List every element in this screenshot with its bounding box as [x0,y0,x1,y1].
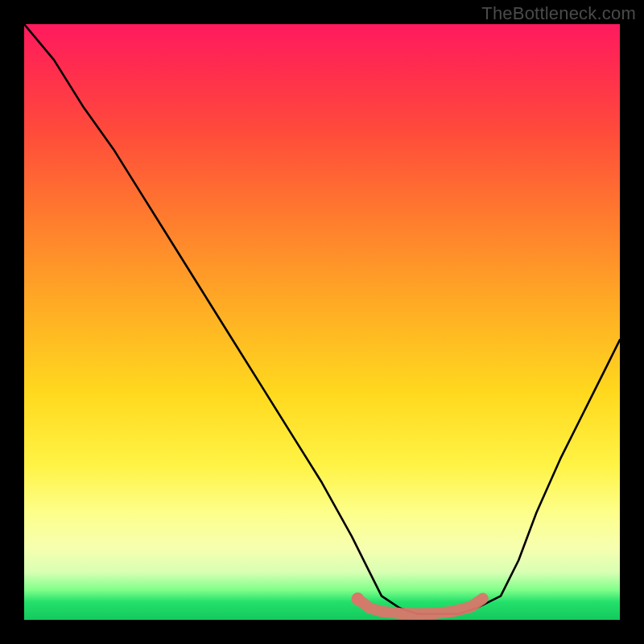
watermark-text: TheBottleneck.com [481,3,636,24]
curve-layer [24,24,620,620]
chart-frame: TheBottleneck.com [0,0,644,644]
sweet-spot-band [357,598,482,613]
sweet-spot-start-dot [351,592,364,605]
bottleneck-curve [24,24,620,614]
plot-area [24,24,620,620]
